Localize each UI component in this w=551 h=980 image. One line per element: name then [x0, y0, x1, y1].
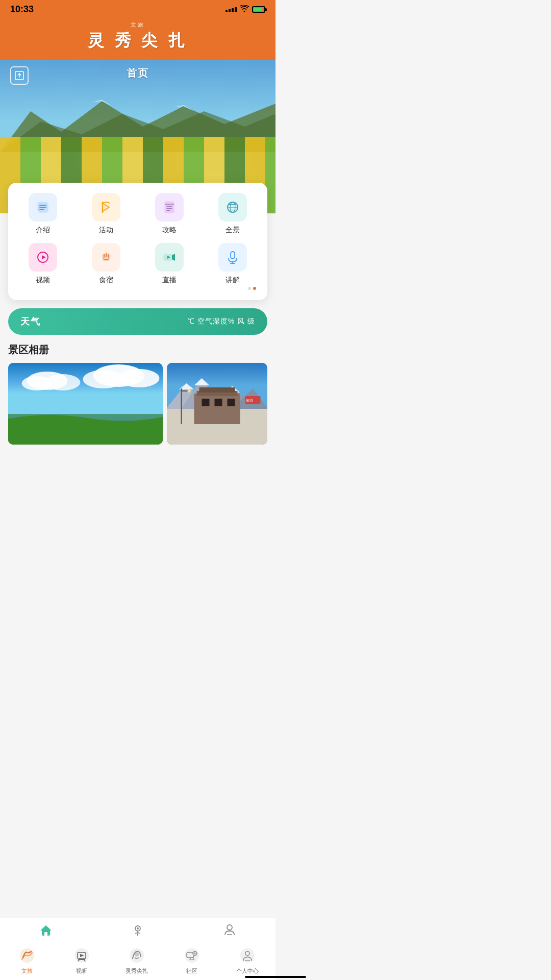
intro-icon-wrap [29, 193, 57, 222]
svg-point-35 [83, 370, 124, 388]
weather-bar[interactable]: 天气 ℃ 空气湿度% 风 级 [8, 308, 267, 335]
app-title: 灵 秀 尖 扎 [10, 30, 265, 52]
menu-item-video[interactable]: 视频 [13, 243, 72, 285]
video-icon-wrap [29, 243, 57, 272]
intro-label: 介绍 [36, 226, 50, 235]
svg-point-36 [119, 369, 160, 387]
menu-item-food[interactable]: 食宿 [77, 243, 136, 285]
dot-2 [253, 287, 256, 290]
menu-grid: 介绍 活动 [13, 193, 262, 285]
explain-label: 讲解 [226, 276, 240, 285]
status-bar: 10:33 [0, 0, 276, 18]
food-icon-wrap [92, 243, 120, 272]
status-icons [226, 5, 265, 14]
wifi-icon [240, 5, 249, 14]
explain-icon-wrap [218, 243, 247, 272]
svg-rect-50 [199, 387, 235, 393]
svg-rect-52 [215, 399, 222, 406]
live-icon-wrap [155, 243, 184, 272]
video-label: 视频 [36, 276, 50, 285]
status-time: 10:33 [10, 4, 34, 15]
album-photo-2[interactable]: 旅游 [167, 363, 267, 445]
weather-data: ℃ 空气湿度% 风 级 [188, 317, 255, 326]
svg-rect-53 [228, 399, 235, 406]
svg-point-56 [188, 389, 191, 393]
dot-1 [248, 287, 251, 290]
svg-rect-27 [231, 252, 235, 259]
album-grid: 旅游 [8, 363, 267, 445]
panorama-icon-wrap [218, 193, 247, 222]
menu-pagination [13, 285, 262, 290]
menu-item-explain[interactable]: 讲解 [203, 243, 262, 285]
menu-item-activity[interactable]: 活动 [77, 193, 136, 235]
panorama-label: 全景 [226, 226, 240, 235]
svg-point-33 [45, 374, 81, 390]
menu-item-intro[interactable]: 介绍 [13, 193, 72, 235]
app-header: 文旅 灵 秀 尖 扎 [0, 18, 276, 60]
album-section: 景区相册 [0, 335, 276, 445]
activity-icon-wrap [92, 193, 120, 222]
live-label: 直播 [162, 276, 177, 285]
album-photo-1[interactable] [8, 363, 163, 445]
activity-label: 活动 [99, 226, 113, 235]
menu-item-live[interactable]: 直播 [140, 243, 199, 285]
svg-text:旅游: 旅游 [246, 399, 254, 402]
menu-item-panorama[interactable]: 全景 [203, 193, 262, 235]
guide-label: 攻略 [162, 226, 177, 235]
battery-icon [252, 6, 265, 13]
menu-item-guide[interactable]: 攻略 [140, 193, 199, 235]
guide-icon-wrap [155, 193, 184, 222]
svg-marker-20 [42, 255, 46, 259]
share-icon[interactable] [10, 66, 29, 85]
weather-label: 天气 [20, 315, 41, 328]
svg-marker-25 [172, 254, 175, 261]
menu-card: 介绍 活动 [8, 183, 267, 300]
signal-icon [226, 7, 237, 12]
svg-rect-51 [202, 399, 210, 406]
banner-title: 首页 [127, 66, 149, 80]
album-title: 景区相册 [8, 343, 267, 357]
food-label: 食宿 [99, 276, 113, 285]
svg-rect-9 [165, 202, 174, 213]
banner-top-bar: 首页 [0, 60, 276, 91]
svg-rect-48 [194, 394, 240, 424]
app-subtitle: 文旅 [10, 21, 265, 29]
